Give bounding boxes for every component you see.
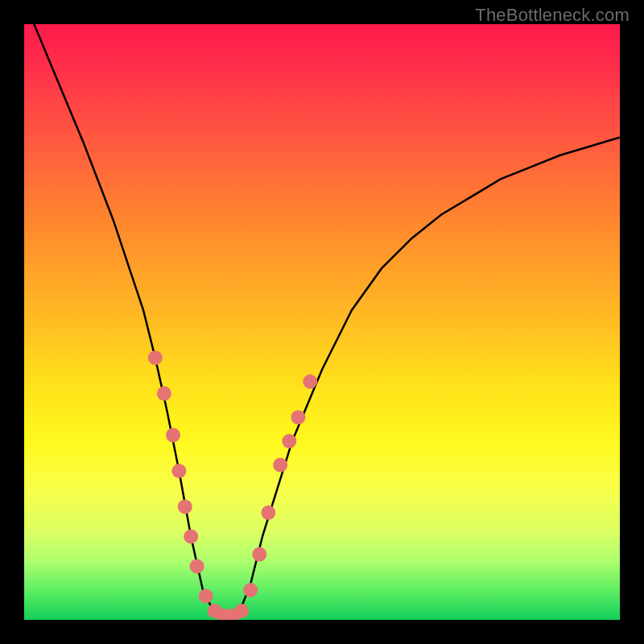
- curve-marker: [261, 506, 275, 520]
- curve-marker: [190, 559, 204, 573]
- curve-marker: [243, 583, 258, 597]
- curve-marker: [234, 604, 249, 618]
- curve-marker: [178, 499, 192, 514]
- watermark-label: TheBottleneck.com: [475, 5, 630, 26]
- curve-marker: [171, 464, 186, 478]
- curve-marker: [303, 374, 317, 389]
- curve-markers: [148, 350, 317, 620]
- curve-marker: [282, 434, 296, 448]
- curve-marker: [157, 386, 171, 401]
- curve-marker: [199, 588, 213, 603]
- curve-marker: [273, 458, 287, 473]
- bottleneck-curve-path: [24, 24, 620, 620]
- curve-marker: [166, 428, 180, 443]
- curve-marker: [184, 529, 198, 543]
- curve-marker: [148, 350, 163, 365]
- plot-area: [24, 24, 620, 620]
- chart-frame: TheBottleneck.com: [0, 0, 644, 644]
- bottleneck-curve-svg: [24, 24, 620, 620]
- curve-marker: [291, 410, 305, 424]
- curve-marker: [252, 547, 266, 562]
